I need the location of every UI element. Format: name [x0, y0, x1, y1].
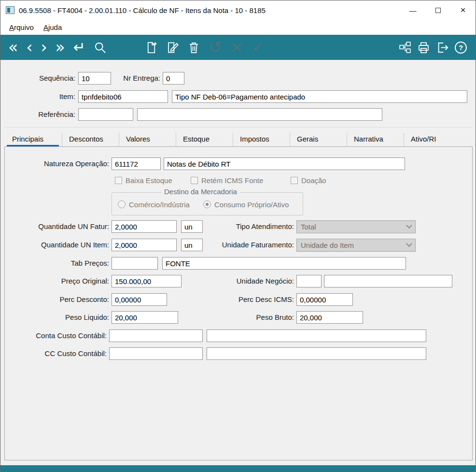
unidade-negocio-input[interactable]: [296, 275, 322, 287]
checkbox-retem-icms-fonte[interactable]: Retém ICMS Fonte: [191, 175, 263, 185]
unidade-faturamento-value: Unidade do Item: [301, 241, 354, 249]
close-button[interactable]: ×: [450, 0, 476, 20]
chevron-down-icon: [406, 241, 412, 247]
menu-item-ajuda[interactable]: Ajuda: [39, 21, 67, 33]
referencia-label: Referência:: [17, 108, 75, 121]
tipo-atendimento-label: Tipo Atendimento:: [217, 220, 294, 233]
perc-desc-icms-input[interactable]: [296, 293, 353, 306]
help-icon[interactable]: ?: [455, 42, 467, 54]
quantidade-un-item-input[interactable]: [112, 239, 177, 251]
header-separator: [4, 127, 473, 128]
titlebar: 06.9.5508 - FT4004 - 2.00.01.110 - Cálcu…: [0, 0, 476, 20]
close-icon: ×: [460, 5, 465, 15]
unidade-faturamento-label: Unidade Faturamento:: [212, 239, 294, 251]
conta-custo-contabil-label: Conta Custo Contábil:: [10, 329, 107, 342]
quantidade-un-item-unit-input[interactable]: [181, 239, 203, 251]
referencia-input[interactable]: [78, 108, 133, 121]
destino-mercadoria-title: Destino da Mercadoria: [162, 187, 239, 196]
checkbox-icon: [115, 177, 122, 184]
minimize-button[interactable]: —: [400, 0, 425, 20]
tab-precos-input[interactable]: [112, 257, 158, 270]
quantidade-un-fatur-unit-input[interactable]: [181, 220, 203, 233]
radio-comercio-label: Comércio/Indústria: [129, 200, 190, 209]
preco-original-label: Preço Original:: [13, 275, 109, 287]
checkbox-icon: [191, 177, 198, 184]
chevron-down-icon: [406, 222, 412, 229]
menubar: Arquivo Ajuda: [0, 20, 476, 35]
print-icon[interactable]: [417, 41, 430, 54]
tab-impostos[interactable]: Impostos: [233, 133, 290, 146]
checkbox-doacao-label: Doação: [301, 176, 326, 185]
hierarchy-icon[interactable]: [399, 41, 411, 54]
radio-consumo-proprio-ativo[interactable]: Consumo Próprio/Ativo: [203, 200, 289, 209]
natureza-operacao-desc-input[interactable]: [164, 157, 405, 170]
delete-record-icon[interactable]: [187, 41, 200, 54]
referencia-description-input[interactable]: [137, 108, 382, 121]
undo-icon[interactable]: ↺: [209, 36, 222, 59]
tab-narrativa[interactable]: Narrativa: [347, 133, 404, 146]
perc-desconto-input[interactable]: [112, 293, 167, 306]
cc-custo-contabil-desc-input[interactable]: [207, 347, 426, 360]
tab-ativo-ri[interactable]: Ativo/RI: [404, 133, 461, 146]
sequencia-input[interactable]: [78, 72, 111, 85]
tab-principais[interactable]: Principais: [5, 133, 62, 146]
peso-bruto-input[interactable]: [296, 311, 363, 324]
tab-precos-desc-input[interactable]: [162, 257, 406, 270]
tipo-atendimento-select[interactable]: Total: [296, 220, 416, 233]
tab-valores[interactable]: Valores: [119, 133, 176, 146]
unidade-negocio-label: Unidade Negócio:: [222, 275, 294, 287]
conta-custo-contabil-desc-input[interactable]: [207, 329, 426, 342]
natureza-operacao-input[interactable]: [112, 157, 161, 170]
quantidade-un-fatur-input[interactable]: [112, 220, 177, 233]
tab-precos-label: Tab Preços:: [13, 257, 109, 270]
tab-descontos[interactable]: Descontos: [62, 133, 119, 146]
toolbar: « ‹ › » ↵ ↺ × ✓ ?: [0, 35, 476, 60]
radio-icon: [118, 200, 126, 208]
cc-custo-contabil-input[interactable]: [109, 347, 203, 360]
last-record-button[interactable]: »: [56, 36, 65, 59]
checkbox-doacao[interactable]: Doação: [291, 175, 326, 185]
tab-estoque[interactable]: Estoque: [176, 133, 233, 146]
cc-custo-contabil-label: CC Custo Contábil:: [10, 347, 107, 360]
menu-item-arquivo[interactable]: Arquivo: [4, 21, 39, 33]
preco-original-input[interactable]: [112, 275, 182, 287]
checkbox-baixa-estoque[interactable]: Baixa Estoque: [115, 175, 172, 185]
item-label: Item:: [17, 90, 75, 103]
new-record-icon[interactable]: [145, 41, 158, 54]
sequencia-label: Sequência:: [17, 72, 75, 85]
perc-desconto-label: Perc Desconto:: [13, 293, 109, 306]
first-record-button[interactable]: «: [8, 36, 18, 59]
search-icon[interactable]: [94, 41, 107, 54]
go-to-button[interactable]: ↵: [73, 36, 85, 59]
checkbox-icon: [291, 177, 298, 184]
item-input[interactable]: [78, 90, 168, 103]
maximize-button[interactable]: [425, 0, 450, 20]
tab-strip: Principais Descontos Valores Estoque Imp…: [5, 133, 464, 146]
tab-gerais[interactable]: Gerais: [290, 133, 347, 146]
confirm-icon[interactable]: ✓: [252, 36, 264, 59]
cancel-icon[interactable]: ×: [230, 36, 244, 59]
edit-record-icon[interactable]: [166, 41, 179, 54]
item-description-input[interactable]: [172, 90, 467, 103]
app-icon: [6, 6, 14, 14]
natureza-operacao-label: Natureza Operação:: [13, 157, 109, 170]
app-window: 06.9.5508 - FT4004 - 2.00.01.110 - Cálcu…: [0, 0, 476, 472]
previous-record-button[interactable]: ‹: [26, 36, 32, 59]
next-record-button[interactable]: ›: [41, 36, 47, 59]
quantidade-un-item-label: Quantidade UN Item:: [13, 239, 109, 251]
radio-comercio-industria[interactable]: Comércio/Indústria: [118, 200, 190, 209]
peso-liquido-input[interactable]: [112, 311, 178, 324]
perc-desc-icms-label: Perc Desc ICMS:: [217, 293, 294, 306]
peso-liquido-label: Peso Liquido:: [13, 311, 109, 324]
maximize-icon: [435, 8, 441, 13]
exit-icon[interactable]: [436, 41, 449, 54]
nr-entrega-input[interactable]: [163, 72, 184, 85]
unidade-faturamento-select[interactable]: Unidade do Item: [296, 239, 416, 252]
radio-consumo-label: Consumo Próprio/Ativo: [214, 200, 289, 209]
window-title: 06.9.5508 - FT4004 - 2.00.01.110 - Cálcu…: [19, 6, 266, 14]
unidade-negocio-desc-input[interactable]: [324, 275, 452, 287]
conta-custo-contabil-input[interactable]: [109, 329, 203, 342]
quantidade-un-fatur-label: Quantidade UN Fatur:: [13, 220, 109, 233]
radio-selected-icon: [203, 200, 211, 208]
peso-bruto-label: Peso Bruto:: [217, 311, 294, 324]
